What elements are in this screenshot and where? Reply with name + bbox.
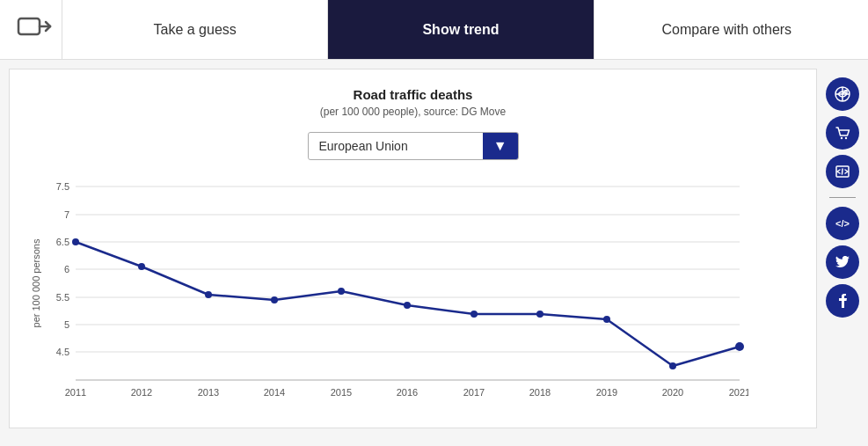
facebook-button[interactable]	[826, 284, 859, 318]
svg-text:5.5: 5.5	[56, 292, 69, 303]
svg-line-51	[842, 169, 843, 174]
main-content: Road traffic deaths (per 100 000 people)…	[0, 60, 868, 437]
svg-point-40	[669, 362, 676, 369]
svg-point-38	[536, 311, 543, 318]
svg-point-36	[404, 302, 411, 309]
code-icon: </>	[835, 218, 850, 229]
svg-text:per 100 000 persons: per 100 000 persons	[31, 238, 41, 327]
svg-point-41	[735, 342, 744, 351]
tab-compare-with-others[interactable]: Compare with others	[594, 0, 859, 59]
svg-text:5: 5	[64, 319, 69, 330]
cart-button[interactable]	[826, 116, 859, 150]
svg-text:2011: 2011	[65, 387, 86, 398]
svg-text:4.5: 4.5	[56, 347, 69, 357]
svg-point-33	[205, 291, 212, 298]
embed-button[interactable]	[826, 155, 859, 188]
dropdown-container: European Union ▼	[27, 132, 799, 160]
svg-text:2019: 2019	[596, 387, 617, 398]
svg-point-32	[138, 263, 145, 270]
share-button[interactable]	[826, 77, 859, 111]
dropdown-chevron-icon[interactable]: ▼	[483, 133, 518, 159]
tab-take-a-guess[interactable]: Take a guess	[62, 0, 327, 59]
svg-text:2018: 2018	[529, 387, 551, 398]
svg-point-48	[841, 137, 842, 139]
chart-title: Road traffic deaths	[27, 87, 799, 102]
twitter-button[interactable]	[826, 245, 859, 279]
svg-text:2013: 2013	[198, 387, 219, 398]
svg-text:6.5: 6.5	[56, 237, 69, 247]
svg-point-39	[603, 316, 610, 323]
code-button[interactable]: </>	[826, 207, 859, 240]
chart-panel: Road traffic deaths (per 100 000 people)…	[9, 69, 817, 428]
chart-subtitle: (per 100 000 people), source: DG Move	[27, 106, 799, 118]
svg-text:2017: 2017	[463, 387, 485, 398]
svg-point-49	[845, 137, 847, 139]
svg-text:2014: 2014	[264, 387, 285, 398]
svg-text:2020: 2020	[662, 387, 683, 398]
svg-point-35	[338, 288, 345, 295]
svg-text:2021: 2021	[729, 387, 748, 398]
region-dropdown[interactable]: European Union ▼	[308, 132, 519, 160]
svg-text:2012: 2012	[131, 387, 152, 398]
footer: Access to dataset Cookies policy | Priva…	[0, 437, 868, 446]
svg-rect-0	[18, 18, 40, 34]
tab-show-trend[interactable]: Show trend	[327, 0, 593, 59]
svg-point-31	[72, 238, 79, 245]
svg-text:7.5: 7.5	[56, 181, 69, 192]
nav-tabs: Take a guess Show trend Compare with oth…	[62, 0, 859, 59]
side-divider	[829, 197, 856, 198]
line-chart: 7.5 7 6.5 6 5.5 5 4.5 per 100 000 person…	[27, 178, 748, 406]
svg-point-34	[271, 296, 278, 303]
svg-point-37	[470, 311, 478, 318]
dropdown-value: European Union	[309, 134, 483, 158]
side-buttons: </>	[826, 69, 859, 428]
svg-text:6: 6	[64, 264, 69, 274]
svg-text:2015: 2015	[331, 387, 352, 398]
svg-text:7: 7	[64, 209, 69, 220]
logo-icon	[9, 11, 62, 48]
svg-text:2016: 2016	[397, 387, 418, 398]
chart-area: 7.5 7 6.5 6 5.5 5 4.5 per 100 000 person…	[27, 178, 799, 410]
top-navigation: Take a guess Show trend Compare with oth…	[0, 0, 868, 60]
